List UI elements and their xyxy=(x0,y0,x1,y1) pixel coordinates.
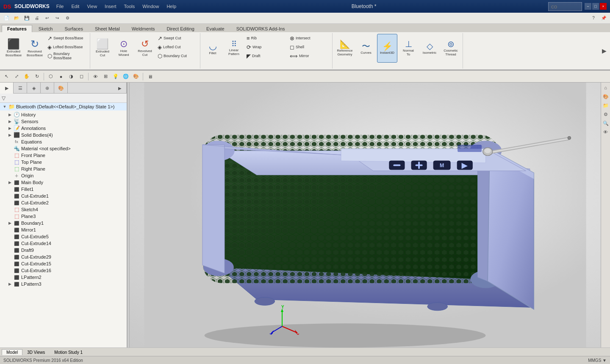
panel-tab-tree[interactable]: ▶ xyxy=(0,83,14,94)
lofted-cut-button[interactable]: ◈ Lofted Cut xyxy=(156,43,198,51)
tree-root-item[interactable]: ▼ 📁 Bluetooth (Default<<Default>_Display… xyxy=(0,103,127,110)
tree-item-front-plane[interactable]: ⬚ Front Plane xyxy=(1,152,126,159)
t2-display3[interactable]: ◑ xyxy=(67,72,76,81)
tree-item-sensors[interactable]: ▶ 📡 Sensors xyxy=(1,118,126,125)
qa-pin[interactable]: 📌 xyxy=(599,14,608,23)
menu-tools[interactable]: Tools xyxy=(121,3,139,10)
qa-options[interactable]: ⚙ xyxy=(63,14,72,23)
ribbon-scroll-right[interactable]: ▶ xyxy=(600,46,608,56)
tree-item-sketch4[interactable]: ⬚ Sketch4 xyxy=(1,206,126,213)
tab-sketch[interactable]: Sketch xyxy=(33,25,58,32)
tree-item-cut-extrude14[interactable]: ⬛ Cut-Extrude14 xyxy=(1,240,126,247)
tree-item-cut-extrude29[interactable]: ⬛ Cut-Extrude29 xyxy=(1,254,126,260)
tree-item-annotations[interactable]: ▶ 📝 Annotations xyxy=(1,125,126,132)
panel-collapse-btn[interactable]: ▶ xyxy=(113,83,127,94)
qa-new[interactable]: 📄 xyxy=(2,14,11,23)
extruded-boss-button[interactable]: ⬛ ExtrudedBoss/Base xyxy=(3,34,24,63)
menu-edit[interactable]: Edit xyxy=(68,3,83,10)
3d-viewport[interactable]: M Y X Z xyxy=(130,83,601,347)
extruded-cut-button[interactable]: ⬜ ExtrudedCut xyxy=(92,34,113,63)
rp-custom[interactable]: ⚙ xyxy=(602,110,610,119)
tree-area[interactable]: ▶ 🕐 History ▶ 📡 Sensors ▶ 📝 Annotations … xyxy=(0,110,127,347)
menu-view[interactable]: View xyxy=(83,3,100,10)
t2-scene[interactable]: 🌐 xyxy=(121,72,130,81)
tree-item-cut-extrude5[interactable]: ⬛ Cut-Extrude5 xyxy=(1,233,126,240)
qa-redo[interactable]: ↪ xyxy=(53,14,62,23)
panel-tab-appear[interactable]: 🎨 xyxy=(54,83,68,94)
t2-view1[interactable]: 👁 xyxy=(91,72,100,81)
tab-evaluate[interactable]: Evaluate xyxy=(201,25,230,32)
menu-file[interactable]: File xyxy=(53,3,67,10)
rp-appearance[interactable]: 🎨 xyxy=(602,92,610,101)
tab-sheet-metal[interactable]: Sheet Metal xyxy=(89,25,125,32)
close-button[interactable]: × xyxy=(600,3,607,10)
tree-item-material[interactable]: 🔩 Material <not specified> xyxy=(1,145,126,152)
qa-print[interactable]: 🖨 xyxy=(32,14,42,23)
normal-to-button[interactable]: ⊥ NormalTo xyxy=(398,34,419,63)
reference-geometry-button[interactable]: 📐 ReferenceGeometry xyxy=(335,34,355,63)
menu-insert[interactable]: Insert xyxy=(101,3,120,10)
minimize-button[interactable]: − xyxy=(585,3,591,10)
tree-item-cut-extrude15[interactable]: ⬛ Cut-Extrude15 xyxy=(1,260,126,267)
tree-item-history[interactable]: ▶ 🕐 History xyxy=(1,111,126,118)
t2-display4[interactable]: ◻ xyxy=(77,72,86,81)
t2-lights[interactable]: 💡 xyxy=(111,72,120,81)
tree-item-solid-bodies[interactable]: ▶ ⬛ Solid Bodies(4) xyxy=(1,132,126,138)
boundary-cut-button[interactable]: ⬡ Boundary Cut xyxy=(156,52,198,60)
revolved-boss-button[interactable]: ↻ RevolvedBoss/Base xyxy=(25,34,45,63)
search-input[interactable] xyxy=(548,2,582,11)
draft-button[interactable]: ◤ Draft xyxy=(245,52,287,60)
restore-button[interactable]: □ xyxy=(592,3,599,10)
qa-undo[interactable]: ↩ xyxy=(42,14,52,23)
tab-features[interactable]: Features xyxy=(2,25,32,32)
tree-item-top-plane[interactable]: ⬚ Top Plane xyxy=(1,159,126,165)
tree-item-mirror1[interactable]: ⬛ Mirror1 xyxy=(1,226,126,233)
wrap-button[interactable]: ⟳ Wrap xyxy=(245,43,287,51)
rp-search[interactable]: 🔍 xyxy=(602,119,610,127)
t2-display1[interactable]: ⬡ xyxy=(46,72,55,81)
swept-cut-button[interactable]: ↗ Swept Cut xyxy=(156,34,198,42)
tree-item-boundary1[interactable]: ▶ ⬛ Boundary1 xyxy=(1,220,126,226)
t2-pan[interactable]: ✋ xyxy=(22,72,31,81)
rp-home[interactable]: ⌂ xyxy=(602,83,610,92)
qa-save[interactable]: 💾 xyxy=(22,14,31,23)
tree-item-cut-extrude1[interactable]: ⬛ Cut-Extrude1 xyxy=(1,193,126,199)
tab-3d-views[interactable]: 3D Views xyxy=(22,349,50,355)
t2-select[interactable]: ↖ xyxy=(2,72,11,81)
revolved-cut-button[interactable]: ↺ RevolvedCut xyxy=(135,34,155,63)
shell-button[interactable]: ◻ Shell xyxy=(288,43,330,51)
instant3d-button[interactable]: ⚡ Instant3D xyxy=(377,34,397,63)
linear-pattern-button[interactable]: ⠿ LinearPattern xyxy=(224,34,244,63)
tree-item-lpattern3[interactable]: ▶ ⬛ LPattern3 xyxy=(1,281,126,287)
panel-tab-config[interactable]: ◈ xyxy=(27,83,41,94)
tree-item-fillet1[interactable]: ⬛ Fillet1 xyxy=(1,186,126,193)
lofted-boss-button[interactable]: ◈ Lofted Boss/Base xyxy=(46,43,88,51)
menu-window[interactable]: Window xyxy=(139,3,162,10)
tab-weldments[interactable]: Weldments xyxy=(126,25,161,32)
tab-surfaces[interactable]: Surfaces xyxy=(59,25,89,32)
tree-item-plane3[interactable]: ⬚ Plane3 xyxy=(1,213,126,220)
tree-item-main-body[interactable]: ▶ ⬛ Main Body xyxy=(1,179,126,186)
tree-item-right-plane[interactable]: ⬚ Right Plane xyxy=(1,165,126,172)
qa-open[interactable]: 📂 xyxy=(12,14,21,23)
units-display[interactable]: MMGS ▼ xyxy=(588,358,607,363)
t2-rotate[interactable]: ↻ xyxy=(32,72,42,81)
panel-tab-props[interactable]: ☰ xyxy=(14,83,27,94)
tab-addins[interactable]: SOLIDWORKS Add-Ins xyxy=(231,25,291,32)
tree-item-draft9[interactable]: ⬛ Draft9 xyxy=(1,247,126,254)
tree-item-cut-extrude2[interactable]: ⬛ Cut-Extrude2 xyxy=(1,199,126,206)
fillet-button[interactable]: ◡ Fillet xyxy=(202,34,223,63)
cosmetic-thread-button[interactable]: ⊚ CosmeticThread xyxy=(441,34,461,63)
t2-appear[interactable]: 🎨 xyxy=(131,72,141,81)
tab-motion-study[interactable]: Motion Study 1 xyxy=(50,349,87,355)
t2-screen[interactable]: 🖥 xyxy=(145,72,155,81)
hole-wizard-button[interactable]: ⊙ HoleWizard xyxy=(114,34,134,63)
boundary-boss-button[interactable]: ⬡ Boundary Boss/Base xyxy=(46,52,88,60)
qa-help[interactable]: ? xyxy=(589,14,598,23)
t2-section[interactable]: ⊞ xyxy=(101,72,110,81)
tree-item-equations[interactable]: fx Equations xyxy=(1,138,126,145)
rp-view[interactable]: 👁 xyxy=(602,128,610,136)
intersect-button[interactable]: ⊗ Intersect xyxy=(288,34,330,42)
panel-tab-display[interactable]: ⊕ xyxy=(41,83,54,94)
tree-item-cut-extrude16[interactable]: ⬛ Cut-Extrude16 xyxy=(1,267,126,274)
